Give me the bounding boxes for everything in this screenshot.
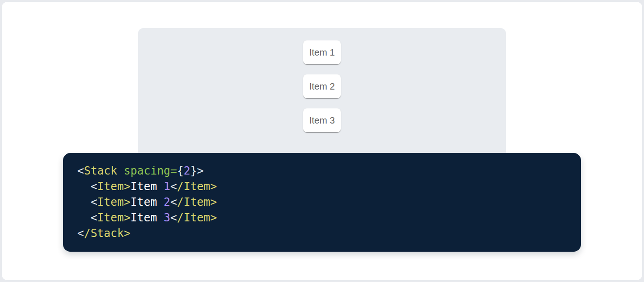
code-token: Item (131, 211, 164, 224)
code-token (77, 196, 91, 209)
code-token: { (177, 164, 184, 177)
code-token (77, 211, 91, 224)
code-token: /Item (177, 180, 210, 193)
demo-preview-panel: Item 1 Item 2 Item 3 (138, 28, 506, 162)
code-token: Item (97, 211, 124, 224)
code-token: > (210, 196, 217, 209)
code-line: <Item>Item 3</Item> (77, 210, 567, 226)
code-token: < (170, 211, 177, 224)
code-token: > (197, 164, 203, 177)
code-token: < (91, 211, 97, 224)
code-line: </Stack> (77, 226, 567, 241)
code-token: 3 (164, 211, 170, 224)
item-card: Item 1 (303, 40, 341, 64)
code-token: > (124, 211, 130, 224)
page-background: Item 1 Item 2 Item 3 <Stack spacing={2}>… (0, 0, 644, 282)
code-token (77, 180, 91, 193)
code-token: Item (131, 196, 164, 209)
code-token: Stack (84, 164, 117, 177)
code-token: = (170, 164, 177, 177)
code-token: 2 (164, 196, 170, 209)
code-token: < (91, 180, 97, 193)
item-card: Item 2 (303, 74, 341, 98)
code-block: <Stack spacing={2}> <Item>Item 1</Item> … (63, 153, 581, 252)
code-token: /Item (177, 196, 210, 209)
code-line: <Item>Item 2</Item> (77, 194, 567, 210)
code-token: spacing (124, 164, 170, 177)
code-token: > (124, 180, 130, 193)
code-token: > (210, 180, 217, 193)
code-token: /Stack (84, 227, 124, 240)
item-card: Item 3 (303, 108, 341, 132)
code-token: Item (97, 180, 124, 193)
code-token: Item (131, 180, 164, 193)
code-token: Item (97, 196, 124, 209)
code-token: < (170, 180, 177, 193)
code-token: > (124, 227, 130, 240)
code-token: /Item (177, 211, 210, 224)
code-token: < (91, 196, 97, 209)
code-token (117, 164, 124, 177)
code-line: <Item>Item 1</Item> (77, 179, 567, 194)
code-token: > (210, 211, 217, 224)
code-token: < (77, 227, 84, 240)
code-token: < (170, 196, 177, 209)
code-token: > (124, 196, 130, 209)
code-token: 2 (184, 164, 190, 177)
content-card: Item 1 Item 2 Item 3 <Stack spacing={2}>… (2, 2, 642, 280)
code-token: < (77, 164, 84, 177)
code-token: 1 (164, 180, 170, 193)
code-token: } (190, 164, 197, 177)
code-line: <Stack spacing={2}> (77, 163, 567, 179)
